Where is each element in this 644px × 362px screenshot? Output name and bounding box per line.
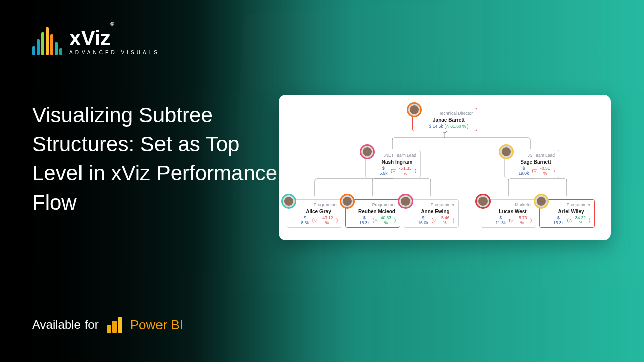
power-bi-label: Power BI xyxy=(130,317,184,333)
logo-bars-icon xyxy=(32,27,62,55)
available-label: Available for xyxy=(32,318,99,332)
node-name: Anne Ewing xyxy=(416,209,454,214)
avatar-icon xyxy=(475,194,491,209)
node-name: Lucas West xyxy=(494,209,532,214)
node-metric: $ 11.3k (▽ -5.73 %) xyxy=(494,215,532,225)
brand-subtitle: ADVANCED VISUALS xyxy=(69,50,160,55)
org-node-js[interactable]: JS Team Lead Sage Barnett $ 19.0k (▽ -0.… xyxy=(504,150,559,178)
node-metric: $ 19.0k (▽ -0.51 %) xyxy=(517,166,555,176)
brand-name: xViz® xyxy=(69,28,160,49)
org-node-lucas[interactable]: Marketer Lucas West $ 11.3k (▽ -5.73 %) xyxy=(481,199,536,228)
node-role: Programmer xyxy=(416,203,454,207)
node-role: Marketer xyxy=(494,203,532,207)
node-metric: $ 18.3k (△ 40.63 %) xyxy=(358,215,396,225)
avatar-icon xyxy=(398,194,413,209)
node-metric: $ 14.5k (△ 61.60 %) xyxy=(425,124,473,129)
node-role: Technical Director xyxy=(425,111,473,116)
node-metric: $ 8.6k (▽ -43.12 %) xyxy=(299,215,338,225)
node-name: Ariel Wiley xyxy=(552,209,590,214)
avatar-icon xyxy=(340,194,355,209)
avatar-icon xyxy=(281,194,296,209)
node-metric: $ 16.0k (▽ -5.46 %) xyxy=(416,215,454,225)
avatar-icon xyxy=(360,144,375,159)
node-name: Alice Gray xyxy=(299,209,338,214)
avatar-icon xyxy=(534,194,549,209)
node-role: .NET Team Lead xyxy=(378,153,416,158)
node-role: Programmer xyxy=(552,203,590,207)
main-heading: Visualizing Subtree Structures: Set as T… xyxy=(32,101,294,217)
org-node-root[interactable]: Technical Director Janae Barrett $ 14.5k… xyxy=(412,108,477,131)
node-metric: $ 5.9k (▽ -51.33 %) xyxy=(378,166,416,176)
node-name: Nash Ingram xyxy=(378,159,416,165)
node-name: Reuben Mcleod xyxy=(358,209,396,214)
node-role: JS Team Lead xyxy=(517,153,555,158)
org-chart-preview: Technical Director Janae Barrett $ 14.5k… xyxy=(279,95,611,240)
org-node-alice[interactable]: Programmer Alice Gray $ 8.6k (▽ -43.12 %… xyxy=(287,199,342,228)
org-node-reuben[interactable]: Programmer Reuben Mcleod $ 18.3k (△ 40.6… xyxy=(345,199,400,228)
node-role: Programmer xyxy=(358,203,396,207)
avatar-icon xyxy=(407,102,422,117)
org-node-anne[interactable]: Programmer Anne Ewing $ 16.0k (▽ -5.46 %… xyxy=(404,199,459,228)
node-role: Programmer xyxy=(299,203,338,207)
org-node-net[interactable]: .NET Team Lead Nash Ingram $ 5.9k (▽ -51… xyxy=(365,150,421,178)
node-name: Sage Barnett xyxy=(517,159,555,165)
org-node-ariel[interactable]: Programmer Ariel Wiley $ 15.3k (△ 34.22 … xyxy=(539,199,595,228)
xviz-logo: xViz® ADVANCED VISUALS xyxy=(32,27,160,55)
node-metric: $ 15.3k (△ 34.22 %) xyxy=(552,215,590,225)
power-bi-icon xyxy=(107,317,122,333)
footer-availability: Available for Power BI xyxy=(32,317,183,333)
node-name: Janae Barrett xyxy=(425,117,473,123)
avatar-icon xyxy=(499,144,514,159)
